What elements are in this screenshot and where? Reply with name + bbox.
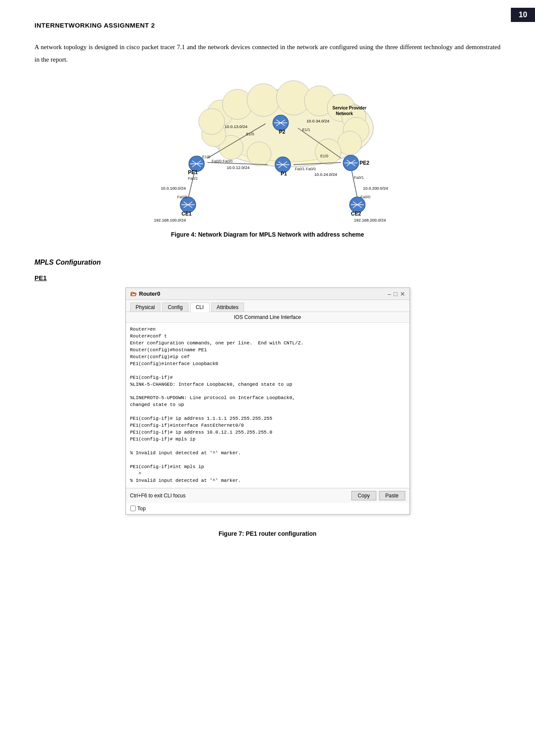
mpls-section-heading: MPLS Configuration <box>34 259 501 266</box>
svg-point-15 <box>199 109 225 134</box>
figure4-caption: Figure 4: Network Diagram for MPLS Netwo… <box>171 231 364 238</box>
minimize-icon[interactable]: – <box>388 291 391 297</box>
close-icon[interactable]: ✕ <box>400 291 405 297</box>
svg-text:10.0.24.0/24: 10.0.24.0/24 <box>314 172 337 177</box>
router-footer: Ctrl+F6 to exit CLI focus Copy Paste <box>126 488 410 503</box>
svg-text:P1: P1 <box>281 171 287 177</box>
svg-text:CE1: CE1 <box>181 211 192 217</box>
tab-attributes[interactable]: Attributes <box>211 303 244 312</box>
svg-point-12 <box>247 142 271 166</box>
svg-text:Fa0/1: Fa0/1 <box>354 175 364 180</box>
svg-text:10.0.34.0/24: 10.0.34.0/24 <box>307 119 329 123</box>
page-title: INTERNETWORKING ASSIGNMENT 2 <box>34 22 501 29</box>
svg-text:PE2: PE2 <box>360 160 369 166</box>
copy-button[interactable]: Copy <box>351 491 376 500</box>
cli-section-title: IOS Command Line Interface <box>126 312 410 323</box>
svg-text:Fa0/1: Fa0/1 <box>188 176 198 181</box>
router-title: 🗁 Router0 <box>130 290 160 297</box>
svg-text:Fa0/0: Fa0/0 <box>177 195 187 199</box>
router-window-title: Router0 <box>139 291 160 297</box>
router-footer-buttons: Copy Paste <box>351 491 405 500</box>
figure4-container: Service Provider Network P2 <box>34 78 501 247</box>
tab-cli[interactable]: CLI <box>190 303 210 312</box>
svg-text:CE2: CE2 <box>351 211 361 217</box>
svg-text:Fa0/1  Fa0/0: Fa0/1 Fa0/0 <box>295 167 316 171</box>
svg-text:192.168.200.0/24: 192.168.200.0/24 <box>354 218 386 222</box>
svg-text:10.0.200.0/24: 10.0.200.0/24 <box>363 186 388 191</box>
intro-paragraph: A network topology is designed in cisco … <box>34 41 501 66</box>
router-tabs: Physical Config CLI Attributes <box>126 300 410 312</box>
maximize-icon[interactable]: □ <box>394 291 397 297</box>
svg-text:Fa0/0  Fa0/0: Fa0/0 Fa0/0 <box>212 159 233 163</box>
paste-button[interactable]: Paste <box>379 491 405 500</box>
svg-text:E1/0: E1/0 <box>246 132 254 136</box>
router-icon: 🗁 <box>130 290 137 297</box>
top-checkbox[interactable] <box>130 506 136 511</box>
svg-text:10.0.13.0/24: 10.0.13.0/24 <box>225 124 247 129</box>
svg-point-4 <box>247 84 280 116</box>
page-number: 10 <box>511 8 535 22</box>
svg-text:10.0.100.0/24: 10.0.100.0/24 <box>161 186 186 191</box>
router-window: 🗁 Router0 – □ ✕ Physical Config CLI Attr… <box>125 287 410 515</box>
router-window-controls[interactable]: – □ ✕ <box>388 291 405 297</box>
svg-text:PE1: PE1 <box>188 169 198 175</box>
svg-text:192.168.100.0/24: 192.168.100.0/24 <box>154 218 186 222</box>
svg-text:Service Provider: Service Provider <box>332 106 366 110</box>
svg-text:10.0.12.0/24: 10.0.12.0/24 <box>227 165 250 170</box>
svg-text:Fa0/0: Fa0/0 <box>360 195 370 199</box>
figure7-container: Figure 7: PE1 router configuration <box>34 528 501 546</box>
tab-config[interactable]: Config <box>162 303 188 312</box>
pe1-heading: PE1 <box>34 274 501 281</box>
svg-text:Network: Network <box>336 111 353 116</box>
svg-text:E1/1: E1/1 <box>302 128 310 132</box>
svg-text:P2: P2 <box>279 129 285 135</box>
top-checkbox-label: Top <box>138 506 146 512</box>
cli-content[interactable]: Router>en Router#conf t Enter configurat… <box>126 323 410 488</box>
top-checkbox-row: Top <box>126 503 410 514</box>
network-diagram: Service Provider Network P2 <box>121 78 414 225</box>
figure7-caption: Figure 7: PE1 router configuration <box>219 530 316 537</box>
tab-physical[interactable]: Physical <box>130 303 161 312</box>
svg-text:E1/0: E1/0 <box>320 154 329 158</box>
router-titlebar: 🗁 Router0 – □ ✕ <box>126 288 410 300</box>
cli-exit-hint: Ctrl+F6 to exit CLI focus <box>130 493 186 499</box>
svg-text:E1/0: E1/0 <box>202 155 210 159</box>
